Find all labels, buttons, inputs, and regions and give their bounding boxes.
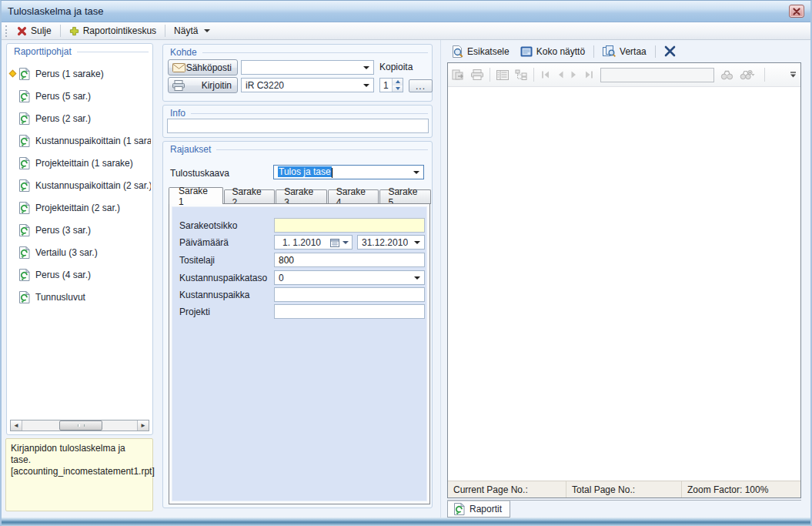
- formula-value: Tulos ja tase: [278, 166, 332, 177]
- printer-settings-button[interactable]: ...: [409, 79, 433, 92]
- costcenter-row: Kustannuspaikka: [172, 287, 426, 302]
- column-tab-page-inner: Sarakeotsikko Päivämäärä 1. 1.2010 31.12…: [172, 206, 427, 501]
- toolbar-separator: [593, 45, 594, 58]
- template-list-item[interactable]: Vertailu (3 sar.): [8, 241, 151, 263]
- project-input[interactable]: [274, 304, 425, 319]
- column-header-input[interactable]: [274, 218, 425, 233]
- copies-stepper[interactable]: 1: [379, 78, 403, 92]
- viewer-status-bar: Current Page No.: Total Page No.: Zoom F…: [448, 481, 800, 498]
- close-report-button[interactable]: Sulje: [12, 24, 57, 38]
- fullscreen-button[interactable]: Koko näyttö: [515, 45, 590, 59]
- view-menu-button[interactable]: Näytä: [169, 24, 216, 38]
- report-icon: [18, 135, 30, 147]
- report-preview-area: [448, 87, 800, 481]
- report-icon: [18, 68, 30, 80]
- clear-preview-button[interactable]: [659, 44, 681, 59]
- column-tab[interactable]: Sarake 5: [379, 189, 431, 204]
- prev-page-icon[interactable]: [556, 70, 564, 79]
- close-report-label: Sulje: [31, 25, 52, 36]
- date-to-combo[interactable]: 31.12.2010: [357, 235, 425, 250]
- template-list-item[interactable]: Tunnusluvut: [8, 286, 151, 308]
- search-binoculars-icon[interactable]: [720, 70, 733, 80]
- printer-combo[interactable]: iR C3220: [241, 78, 374, 92]
- group-tree-icon[interactable]: [496, 70, 509, 80]
- chevron-down-icon: [413, 171, 419, 174]
- email-button-label: Sähköposti: [185, 62, 232, 73]
- toolbar-separator: [490, 68, 490, 82]
- preview-magnifier-icon: [451, 45, 463, 58]
- template-list-item[interactable]: Projekteittain (2 sar.): [8, 196, 151, 219]
- report-viewer: Current Page No.: Total Page No.: Zoom F…: [447, 62, 801, 498]
- content-area: Raporttipohjat Perus (1 sarake): [2, 40, 810, 518]
- print-icon[interactable]: [471, 69, 483, 80]
- template-list-item[interactable]: Kustannuspaikoittain (1 sarake): [8, 129, 151, 152]
- spin-up-button[interactable]: [393, 79, 403, 85]
- chevron-down-icon: [363, 66, 369, 69]
- printer-button-label: Kirjoitin: [185, 80, 232, 91]
- spin-down-button[interactable]: [393, 85, 403, 92]
- tab-reports[interactable]: Raportit: [447, 501, 510, 518]
- close-icon: [793, 8, 800, 15]
- template-list-item[interactable]: Perus (4 sar.): [8, 263, 151, 286]
- target-group: Kohde Sähköposti Kopioita Kirjoitin iR C…: [162, 44, 433, 102]
- report-icon: [18, 246, 30, 259]
- column-header-row: Sarakeotsikko: [172, 218, 426, 233]
- date-from-picker[interactable]: 1. 1.2010: [274, 235, 353, 250]
- template-list-item[interactable]: Perus (1 sarake): [8, 62, 151, 85]
- preview-toolbar: Esikatsele Koko näyttö Vertaa: [446, 42, 681, 60]
- toolbar-overflow-icon[interactable]: [790, 72, 797, 79]
- date-from-value: 1. 1.2010: [278, 237, 327, 248]
- printer-button[interactable]: Kirjoitin: [168, 77, 238, 93]
- formula-combo[interactable]: Tulos ja tase: [273, 165, 424, 179]
- chevron-down-icon: [363, 84, 369, 87]
- scrollbar-track[interactable]: [22, 420, 137, 431]
- template-list-item[interactable]: Kustannuspaikoittain (2 sar.): [8, 174, 151, 196]
- scroll-right-button[interactable]: ►: [137, 420, 149, 431]
- column-tab[interactable]: Sarake 1: [169, 187, 223, 204]
- compare-button-label: Vertaa: [620, 46, 647, 57]
- email-button[interactable]: Sähköposti: [168, 59, 238, 75]
- template-list-item[interactable]: Perus (3 sar.): [8, 219, 151, 241]
- window-close-button[interactable]: [789, 5, 804, 18]
- column-tab[interactable]: Sarake 2: [224, 189, 276, 204]
- costcenter-input[interactable]: [274, 287, 425, 302]
- compare-icon: [603, 45, 616, 57]
- report-center-label: Raportointikeskus: [83, 25, 156, 36]
- template-list-item[interactable]: Perus (5 sar.): [8, 85, 151, 107]
- monitor-icon: [520, 46, 533, 57]
- first-page-icon[interactable]: [540, 70, 550, 79]
- plus-icon: [69, 26, 79, 36]
- zoom-binoculars-icon[interactable]: [740, 70, 758, 80]
- costcenter-level-combo[interactable]: 0: [274, 270, 425, 285]
- scrollbar-thumb[interactable]: [59, 420, 103, 431]
- email-address-combo[interactable]: [241, 60, 374, 75]
- title-bar: Tuloslaskelma ja tase: [2, 1, 810, 22]
- preview-button[interactable]: Esikatsele: [446, 44, 515, 59]
- scroll-left-button[interactable]: ◄: [11, 420, 22, 431]
- toolbar-grip: [5, 25, 8, 37]
- export-icon[interactable]: [452, 69, 465, 81]
- column-tab[interactable]: Sarake 4: [328, 189, 379, 204]
- toolbar-separator: [165, 25, 165, 37]
- voucher-input[interactable]: [274, 253, 425, 267]
- org-tree-icon[interactable]: [515, 69, 527, 80]
- column-tab[interactable]: Sarake 3: [276, 189, 327, 204]
- column-header-label: Sarakeotsikko: [179, 220, 237, 231]
- window-title: Tuloslaskelma ja tase: [8, 5, 104, 17]
- chevron-down-icon: [204, 29, 210, 32]
- page-number-input[interactable]: [600, 68, 714, 82]
- last-page-icon[interactable]: [584, 70, 594, 79]
- report-center-button[interactable]: Raportointikeskus: [64, 24, 162, 38]
- voucher-row: Tositelaji: [172, 253, 426, 267]
- template-list-item[interactable]: Projekteittain (1 sarake): [8, 152, 151, 174]
- template-label: Perus (4 sar.): [35, 270, 91, 280]
- info-input[interactable]: [167, 119, 429, 133]
- report-templates-panel: Raporttipohjat Perus (1 sarake): [6, 43, 153, 435]
- compare-button[interactable]: Vertaa: [597, 44, 652, 59]
- template-list-item[interactable]: Perus (2 sar.): [8, 107, 151, 129]
- toolbar-separator: [655, 45, 656, 58]
- horizontal-scrollbar[interactable]: ◄ ►: [10, 420, 149, 431]
- costcenter-level-row: Kustannuspaikkataso 0: [172, 270, 426, 285]
- printer-value: iR C3220: [246, 80, 284, 91]
- next-page-icon[interactable]: [570, 70, 578, 79]
